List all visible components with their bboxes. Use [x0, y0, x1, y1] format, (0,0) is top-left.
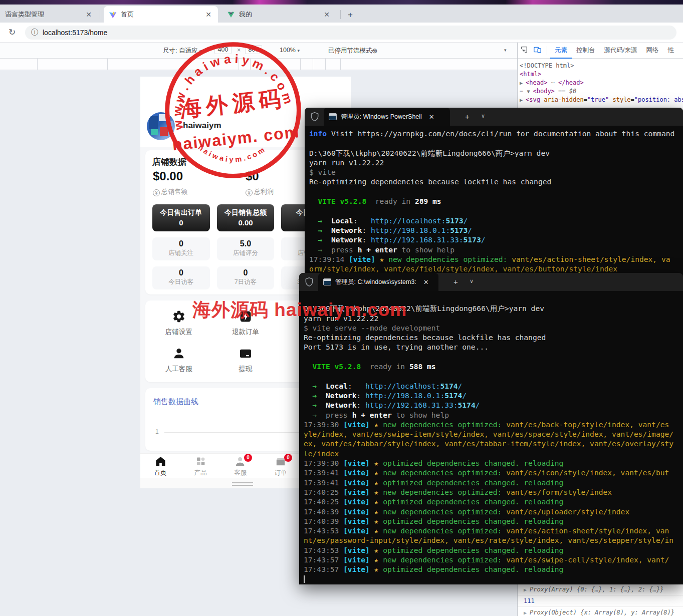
devtools-tab-sources[interactable]: 源代码/来源	[600, 43, 642, 59]
output-line: ▶ <head> ⋯ </head>	[520, 79, 682, 87]
tab-customer-service[interactable]: 客服 0	[220, 454, 261, 478]
browser-tab-home[interactable]: 首页 ✕	[104, 6, 218, 23]
today-sales-button[interactable]: 今日销售总额 0.00	[217, 204, 275, 231]
output-line: 17:39:14 [vite] ★ new dependencies optim…	[309, 254, 683, 264]
menu-withdraw[interactable]: 提现	[212, 343, 279, 377]
dimension-times: ×	[237, 47, 241, 54]
sales-chart-legend[interactable]: 销售数据曲线	[153, 397, 198, 407]
tab-close-icon[interactable]: ✕	[84, 11, 93, 19]
device-toggle-icon[interactable]	[531, 46, 544, 55]
tab-products[interactable]: 产品	[180, 454, 220, 478]
stat-7day-visitors: 07日访客	[217, 266, 275, 289]
site-info-icon[interactable]: ⓘ	[31, 28, 38, 37]
tab-separator	[340, 10, 341, 19]
avatar[interactable]	[147, 112, 175, 140]
output-line: yle/index, vant/es/swipe-item/style/inde…	[304, 429, 683, 439]
vue-favicon	[227, 11, 235, 19]
terminal-window-user[interactable]: 管理员: C:\windows\system3: ✕ + ∨ D:\360下载\…	[299, 273, 683, 584]
devtools-tab-performance[interactable]: 性	[663, 43, 678, 59]
output-line: $ vite serve --mode development	[304, 323, 683, 333]
terminal-dropdown-icon[interactable]: ∨	[481, 113, 485, 119]
output-line: info Visit https://yarnpkg.com/en/docs/c…	[309, 129, 683, 138]
terminal-tab[interactable]: 管理员: C:\windows\system3: ✕	[318, 273, 438, 291]
output-line: D:\360下载\tkphp\20240622\前端新Lingdong666\用…	[304, 303, 683, 313]
menu-shop-settings[interactable]: 店铺设置	[145, 305, 212, 340]
output-line: Port 5173 is in use, trying another one.…	[304, 342, 683, 352]
terminal-output[interactable]: D:\360下载\tkphp\20240622\前端新Lingdong666\用…	[299, 291, 683, 584]
tab-orders[interactable]: 订单 0	[261, 454, 301, 478]
device-width-input[interactable]: 400	[214, 45, 232, 54]
devtools-tab-console[interactable]: 控制台	[572, 43, 600, 59]
rotate-device-icon[interactable]: ⟲	[371, 47, 377, 56]
device-toolbar-more-icon[interactable]: ▾	[504, 48, 507, 53]
new-terminal-tab-button[interactable]: +	[453, 277, 458, 286]
coin-icon: ¥	[153, 189, 160, 196]
address-bar[interactable]: ⓘ localhost:5173/home	[25, 26, 676, 40]
elements-tree[interactable]: <!DOCTYPE html><html>▶ <head> ⋯ </head>⋯…	[518, 59, 683, 104]
new-terminal-tab-button[interactable]: +	[465, 112, 470, 121]
output-line: → Network: http://198.18.0.1:5174/	[304, 391, 683, 400]
reload-icon[interactable]: ↻	[6, 27, 18, 39]
device-size-select[interactable]: 尺寸: 自适应 ▾	[163, 47, 201, 55]
output-line	[309, 206, 683, 215]
output-line: 17:40:25 [vite] ★ optimized dependencies…	[304, 497, 683, 506]
output-line: 17:39:41 [vite] ★ new dependencies optim…	[304, 468, 683, 477]
tab-close-icon[interactable]: ✕	[204, 11, 213, 19]
terminal-tab[interactable]: 管理员: Windows PowerShell ✕	[324, 108, 450, 126]
powershell-icon	[329, 113, 337, 120]
tab-close-icon[interactable]: ✕	[429, 113, 434, 121]
tab-title: 我的	[239, 10, 318, 19]
coin-icon: ¥	[246, 189, 253, 196]
output-line: orm/style/index, vant/es/field/style/ind…	[309, 264, 683, 273]
browser-tab-mine[interactable]: 我的 ✕	[222, 6, 336, 23]
terminal-window-merchant[interactable]: 管理员: Windows PowerShell ✕ + ∨ info Visit…	[305, 108, 683, 280]
vite-favicon	[109, 11, 117, 19]
browser-toolbar: ↻ ⓘ localhost:5173/home	[0, 23, 683, 43]
tab-close-icon[interactable]: ✕	[423, 278, 429, 286]
menu-customer-service[interactable]: 人工客服	[145, 343, 212, 377]
today-orders-button[interactable]: 今日售出订单 0	[152, 204, 210, 231]
output-line: nt/es/password-input/style/index, vant/e…	[304, 535, 683, 545]
media-query-bar[interactable]	[0, 59, 517, 70]
tab-close-icon[interactable]: ✕	[322, 11, 331, 19]
devtools-tab-elements[interactable]: 元素	[550, 43, 572, 59]
refund-lightning-icon	[239, 310, 253, 324]
terminal-output[interactable]: info Visit https://yarnpkg.com/en/docs/c…	[305, 126, 683, 273]
output-line: → press h + enter to show help	[309, 245, 683, 254]
browser-tab-language-types[interactable]: 语言类型管理 ✕	[0, 6, 98, 23]
output-line: 111	[518, 595, 683, 607]
output-line: 17:43:57 [vite] ★ optimized dependencies…	[304, 564, 683, 574]
grid-icon	[195, 456, 206, 466]
shield-icon	[310, 112, 320, 122]
output-line	[304, 352, 683, 362]
output-line: ⋯ ▼ <body> == $0	[520, 87, 682, 96]
console-output[interactable]: ▶ Proxy(Array) {0: {…}, 1: {…}, 2: {…}}1…	[518, 583, 683, 616]
output-line	[304, 371, 683, 381]
inspect-element-icon[interactable]	[518, 46, 531, 55]
devtools-tab-network[interactable]: 网络	[641, 43, 663, 59]
output-line: 17:40:39 [vite] ★ new dependencies optim…	[304, 507, 683, 516]
output-line: → Local: http://localhost:5173/	[309, 216, 683, 225]
tab-home[interactable]: 首页	[140, 454, 180, 478]
terminal-dropdown-icon[interactable]: ∨	[470, 278, 474, 284]
device-zoom-select[interactable]: 100% ▾	[280, 47, 300, 54]
toolbar-separator	[547, 46, 547, 55]
screen: 语言类型管理 ✕ 首页 ✕ 我的 ✕ + ↻	[0, 0, 683, 616]
shield-icon	[304, 277, 314, 287]
chevron-down-icon: ▾	[199, 49, 202, 54]
menu-refund-orders[interactable]: 退款订单	[212, 305, 279, 340]
output-line: D:\360下载\tkphp\20240622\前端新Lingdong666\商…	[309, 148, 683, 158]
output-line: Re-optimizing dependencies because lockf…	[304, 333, 683, 342]
stat-today-visitors: 0今日访客	[152, 266, 210, 289]
gear-icon	[172, 310, 186, 324]
card-icon	[239, 347, 253, 361]
output-line: VITE v5.2.8 ready in 289 ms	[309, 196, 683, 206]
device-height-input[interactable]: 800	[245, 45, 262, 54]
home-indicator[interactable]	[232, 482, 253, 486]
new-tab-button[interactable]: +	[345, 10, 356, 21]
terminal-title-bar[interactable]: 管理员: Windows PowerShell ✕ + ∨	[305, 108, 683, 126]
devtools-toolbar: 元素 控制台 源代码/来源 网络 性	[518, 43, 683, 59]
terminal-title-bar[interactable]: 管理员: C:\windows\system3: ✕ + ∨	[299, 273, 683, 291]
device-throttle-select[interactable]: 已停用节流模式 ▾	[328, 47, 376, 55]
output-line	[309, 138, 683, 148]
